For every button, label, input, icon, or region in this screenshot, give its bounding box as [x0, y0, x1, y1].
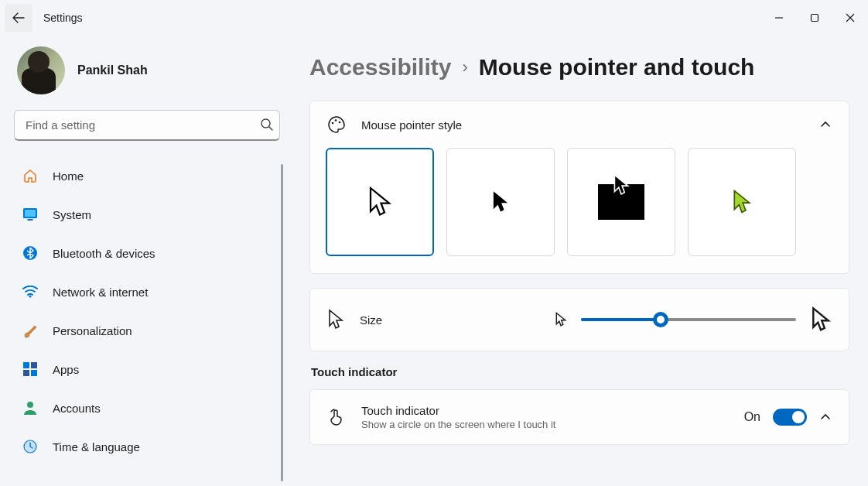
svg-rect-10 — [31, 370, 37, 376]
pointer-style-custom[interactable] — [688, 148, 796, 256]
cursor-max-icon — [810, 306, 832, 333]
back-button[interactable] — [5, 4, 32, 32]
sidebar-item-label: Network & internet — [53, 286, 148, 299]
main-content: Accessibility › Mouse pointer and touch … — [294, 36, 868, 486]
sidebar-item-label: Home — [53, 169, 84, 183]
touch-indicator-card[interactable]: Touch indicator Show a circle on the scr… — [309, 389, 849, 445]
search-icon — [260, 118, 274, 132]
sidebar-scrollbar[interactable] — [281, 164, 283, 481]
inverted-preview — [598, 184, 644, 220]
close-button[interactable] — [832, 0, 868, 36]
pointer-style-inverted[interactable] — [567, 148, 675, 256]
svg-point-13 — [332, 122, 334, 125]
touch-row-description: Show a circle on the screen where I touc… — [361, 419, 555, 430]
svg-rect-9 — [23, 370, 29, 376]
size-label: Size — [360, 313, 382, 327]
pointer-style-card: Mouse pointer style — [309, 101, 849, 274]
avatar — [17, 46, 65, 94]
window-controls — [761, 0, 868, 36]
chevron-up-icon[interactable] — [819, 411, 832, 423]
sidebar-item-bluetooth[interactable]: Bluetooth & devices — [14, 237, 285, 269]
touch-right-controls: On — [744, 409, 832, 426]
sidebar: Pankil Shah Home System Bluetooth & devi… — [0, 36, 294, 486]
svg-rect-3 — [25, 210, 36, 217]
touch-row-title: Touch indicator — [361, 404, 555, 417]
svg-point-11 — [27, 402, 33, 408]
touch-section-title: Touch indicator — [311, 365, 849, 378]
palette-icon — [327, 115, 346, 134]
home-icon — [22, 167, 39, 184]
arrow-left-icon — [12, 12, 25, 24]
maximize-icon — [810, 13, 819, 22]
sidebar-item-label: Bluetooth & devices — [53, 247, 155, 260]
svg-rect-8 — [31, 362, 37, 368]
cursor-custom-icon — [731, 189, 753, 215]
sidebar-item-time-language[interactable]: Time & language — [14, 430, 285, 463]
apps-icon — [22, 361, 39, 378]
breadcrumb: Accessibility › Mouse pointer and touch — [309, 54, 849, 80]
sidebar-item-label: System — [53, 208, 91, 221]
svg-rect-0 — [812, 15, 818, 22]
sidebar-item-system[interactable]: System — [14, 198, 285, 231]
pointer-style-black[interactable] — [446, 148, 555, 256]
cursor-small-icon — [327, 309, 344, 330]
profile-block[interactable]: Pankil Shah — [14, 46, 285, 94]
pointer-style-options — [310, 148, 849, 273]
svg-point-6 — [29, 295, 31, 297]
maximize-button[interactable] — [797, 0, 832, 36]
brush-icon — [22, 322, 39, 339]
wifi-icon — [22, 283, 39, 300]
chevron-up-icon — [819, 118, 832, 131]
sidebar-item-accounts[interactable]: Accounts — [14, 392, 285, 424]
touch-toggle[interactable] — [773, 409, 807, 426]
touch-text: Touch indicator Show a circle on the scr… — [361, 404, 555, 430]
minimize-button[interactable] — [761, 0, 797, 36]
sidebar-item-label: Time & language — [53, 440, 140, 453]
svg-rect-7 — [23, 362, 29, 368]
cursor-black-icon — [490, 190, 511, 214]
clock-globe-icon — [22, 438, 39, 455]
pointer-size-card: Size — [309, 288, 849, 351]
svg-point-14 — [335, 119, 337, 122]
pointer-style-label: Mouse pointer style — [361, 118, 804, 132]
cursor-white-icon — [367, 186, 393, 218]
search-input[interactable] — [14, 110, 280, 141]
search-wrap — [14, 110, 285, 141]
cursor-inverted-icon — [612, 173, 630, 197]
close-icon — [846, 13, 855, 22]
svg-point-15 — [339, 122, 341, 124]
profile-name: Pankil Shah — [77, 63, 148, 77]
minimize-icon — [774, 13, 784, 22]
svg-point-1 — [261, 119, 270, 128]
touch-icon — [327, 408, 346, 426]
pointer-style-white[interactable] — [326, 148, 434, 256]
cursor-min-icon — [555, 312, 567, 327]
nav-list: Home System Bluetooth & devices Network … — [14, 159, 285, 486]
slider-thumb[interactable] — [653, 312, 668, 327]
bluetooth-icon — [22, 245, 39, 262]
sidebar-item-home[interactable]: Home — [14, 159, 285, 192]
size-slider[interactable] — [581, 318, 796, 321]
app-title: Settings — [43, 12, 83, 24]
sidebar-item-apps[interactable]: Apps — [14, 353, 285, 385]
sidebar-item-label: Accounts — [53, 402, 101, 415]
toggle-state-label: On — [744, 410, 760, 424]
breadcrumb-parent[interactable]: Accessibility — [309, 54, 451, 80]
sidebar-item-network[interactable]: Network & internet — [14, 276, 285, 308]
person-icon — [22, 399, 39, 416]
title-bar: Settings — [0, 0, 868, 36]
sidebar-item-label: Apps — [53, 363, 79, 376]
slider-fill — [581, 318, 661, 321]
svg-rect-4 — [28, 219, 33, 221]
sidebar-item-personalization[interactable]: Personalization — [14, 314, 285, 347]
chevron-right-icon: › — [462, 57, 467, 77]
breadcrumb-current: Mouse pointer and touch — [479, 54, 755, 80]
system-icon — [22, 206, 39, 223]
pointer-style-header[interactable]: Mouse pointer style — [310, 101, 849, 148]
sidebar-item-label: Personalization — [53, 324, 132, 337]
size-slider-group — [555, 306, 832, 333]
